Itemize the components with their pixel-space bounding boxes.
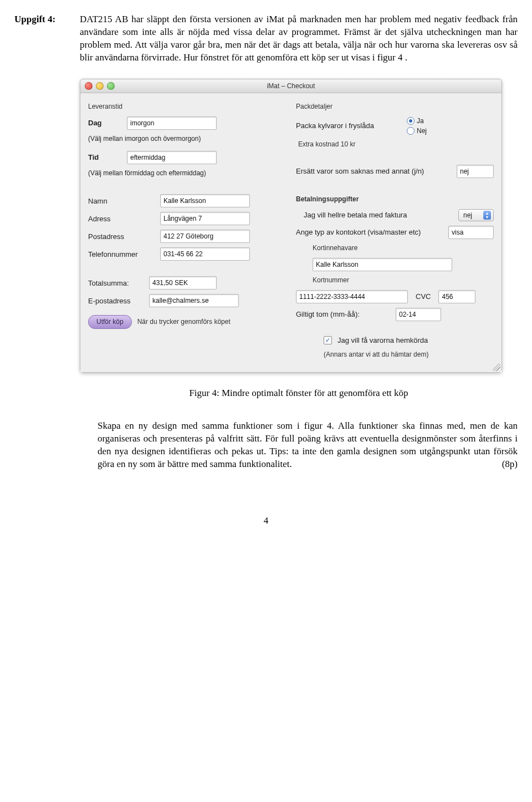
fryslada-radio-ja[interactable]: Ja [407, 116, 427, 125]
adress-input[interactable] [160, 212, 250, 225]
submit-note: När du trycker genomförs köpet [137, 317, 231, 326]
korttyp-input[interactable] [448, 226, 494, 239]
giltig-input[interactable] [396, 308, 441, 321]
namn-input[interactable] [160, 194, 250, 207]
email-input[interactable] [149, 294, 239, 307]
postadress-label: Postadress [88, 232, 155, 242]
faktura-select[interactable]: nej ▲▼ [458, 209, 494, 221]
email-label: E-postadress [88, 296, 144, 306]
resize-handle-icon[interactable] [493, 363, 500, 371]
dag-hint: (Välj mellan imorgon och övermorgon) [88, 134, 286, 143]
select-arrows-icon: ▲▼ [483, 211, 491, 220]
after-paragraph: Skapa en ny design med samma funktioner … [98, 420, 518, 471]
cvc-label: CVC [416, 292, 431, 302]
dag-label: Dag [88, 118, 121, 128]
radio-checked-icon [407, 117, 415, 125]
cvc-input[interactable] [438, 290, 475, 303]
kortnummer-input[interactable] [296, 290, 408, 303]
figure-caption: Figur 4: Mindre optimalt fönster för att… [80, 387, 518, 400]
fryslada-label: Packa kylvaror i fryslåda [296, 121, 401, 131]
packdetaljer-label: Packdetaljer [296, 102, 494, 111]
kortinnehavare-input[interactable] [313, 258, 452, 271]
submit-button[interactable]: Utför köp [88, 315, 132, 328]
task-label: Uppgift 4: [14, 13, 80, 26]
kortnummer-label: Kortnummer [313, 276, 494, 285]
close-icon[interactable] [85, 82, 93, 90]
telefon-label: Telefonnummer [88, 250, 155, 260]
hemkorda-checkbox[interactable]: ✓ [324, 336, 332, 344]
radio-icon [407, 127, 415, 135]
leveranstid-label: Leveranstid [88, 102, 286, 111]
hemkorda-label: Jag vill få varorna hemkörda [337, 336, 428, 346]
faktura-value: nej [463, 211, 472, 220]
tid-hint: (Välj mellan förmiddag och eftermiddag) [88, 169, 286, 177]
telefon-input[interactable] [160, 247, 250, 261]
ersatt-label: Ersätt varor som saknas med annat (j/n) [296, 166, 451, 176]
betalning-heading: Betalningsuppgifter [296, 195, 494, 204]
hemkorda-note: (Annars antar vi att du hämtar dem) [324, 350, 494, 359]
kortinnehavare-label: Kortinnehavare [313, 243, 494, 252]
zoom-icon[interactable] [107, 82, 115, 90]
radio-nej-label: Nej [417, 126, 427, 135]
total-input[interactable] [149, 276, 217, 290]
faktura-label: Jag vill hellre betala med faktura [296, 210, 453, 220]
radio-ja-label: Ja [417, 116, 424, 125]
namn-label: Namn [88, 196, 155, 206]
extra-kostnad-label: Extra kostnad 10 kr [298, 140, 494, 149]
page-number: 4 [14, 515, 518, 527]
tid-input[interactable] [127, 151, 217, 164]
dag-input[interactable] [127, 116, 217, 130]
total-label: Totalsumma: [88, 278, 144, 288]
window-title: iMat – Checkout [80, 82, 502, 90]
points-label: (8p) [502, 458, 518, 471]
korttyp-label: Ange typ av kontokort (visa/master etc) [296, 227, 443, 237]
minimize-icon[interactable] [96, 82, 104, 90]
postadress-input[interactable] [160, 230, 250, 243]
task-paragraph-1: DAT215 AB har släppt den första versione… [80, 13, 518, 64]
window-titlebar: iMat – Checkout [80, 79, 502, 93]
tid-label: Tid [88, 153, 121, 163]
checkout-window: iMat – Checkout Leveranstid Dag (Välj me… [80, 79, 502, 373]
fryslada-radio-nej[interactable]: Nej [407, 126, 427, 135]
adress-label: Adress [88, 214, 155, 224]
giltig-label: Giltigt tom (mm-åå): [296, 309, 390, 319]
ersatt-input[interactable] [457, 165, 494, 178]
